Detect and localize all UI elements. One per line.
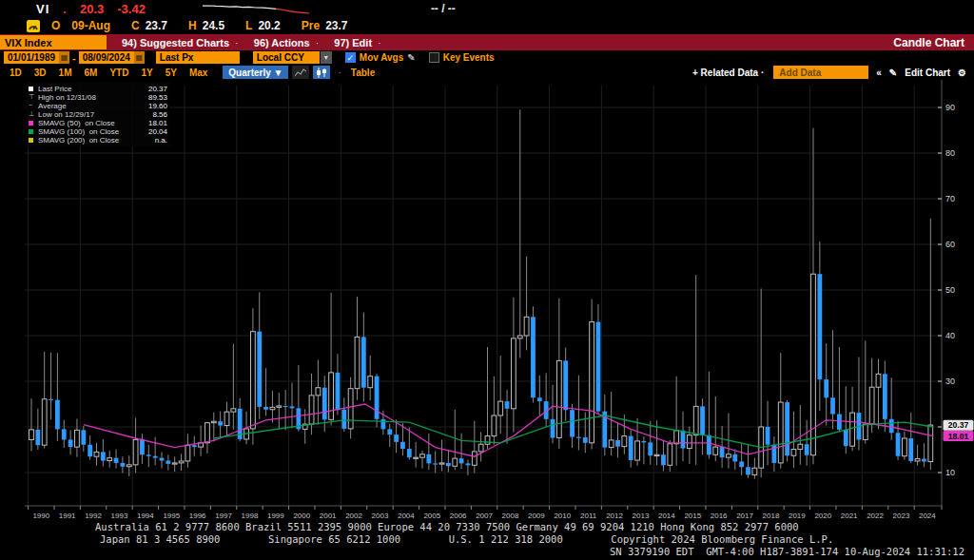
line-chart-icon[interactable]: [292, 66, 309, 79]
end-date-calendar-icon[interactable]: ▦: [134, 51, 145, 64]
menu-actions[interactable]: 96) Actions: [254, 37, 310, 48]
svg-text:1992: 1992: [85, 512, 102, 519]
start-date-input[interactable]: 01/01/1989: [4, 51, 59, 64]
legend-value: 20.04: [139, 127, 167, 136]
x-axis: 1990199119921993199419951996199719981999…: [29, 506, 942, 519]
svg-text:2000: 2000: [293, 512, 310, 519]
menu-suggested-charts[interactable]: 94) Suggested Charts: [122, 37, 229, 48]
open-label: O: [51, 19, 60, 32]
legend-row: SMAVG (100) on Close20.04: [29, 127, 167, 135]
svg-text:30: 30: [945, 377, 955, 386]
svg-text:18.01: 18.01: [948, 432, 969, 441]
currency-dropdown-arrow[interactable]: ▾: [321, 51, 332, 64]
delayed-gauge-icon: [27, 20, 40, 32]
svg-text:2011: 2011: [580, 512, 597, 519]
end-date-input[interactable]: 08/09/2024: [79, 51, 134, 64]
range-tab-3d[interactable]: 3D: [34, 68, 47, 78]
candle-chart-area[interactable]: Last Price20.37⊤High on 12/31/0889.53−Av…: [0, 80, 974, 519]
menu-bar: VIX Index 94) Suggested Charts · 96) Act…: [0, 34, 974, 50]
svg-text:2022: 2022: [867, 512, 884, 519]
key-events-checkbox[interactable]: [429, 52, 439, 63]
related-data-button[interactable]: + Related Data ·: [692, 68, 764, 78]
table-button[interactable]: Table: [351, 68, 375, 78]
edit-chart-button[interactable]: Edit Chart: [905, 68, 950, 78]
footer-phone-line-1: Australia 61 2 9777 8600 Brazil 5511 239…: [95, 521, 799, 532]
svg-text:10: 10: [945, 468, 955, 477]
range-tab-ytd[interactable]: YTD: [109, 68, 128, 78]
legend-label: SMAVG (100) on Close: [38, 127, 139, 136]
legend-label: Last Price: [38, 85, 139, 93]
edit-pencil-icon[interactable]: ✎: [889, 68, 897, 78]
svg-text:90: 90: [945, 103, 955, 112]
svg-text:1991: 1991: [59, 512, 76, 519]
legend-row: ⊥Low on 12/29/178.56: [29, 110, 167, 118]
chart-type-title: Candle Chart: [893, 36, 964, 49]
svg-text:40: 40: [945, 331, 955, 340]
svg-text:1996: 1996: [189, 512, 206, 519]
svg-text:2017: 2017: [736, 512, 753, 519]
candlestick-series[interactable]: [29, 109, 933, 478]
legend-square-icon: [29, 121, 38, 126]
svg-text:1993: 1993: [111, 512, 128, 519]
range-tab-1y[interactable]: 1Y: [141, 68, 152, 78]
legend-row: SMAVG (200) on Closen.a.: [29, 136, 167, 144]
svg-text:2001: 2001: [320, 512, 337, 519]
prev-value: 23.7: [325, 19, 347, 32]
range-tab-1m[interactable]: 1M: [59, 68, 72, 78]
menu-separator: ·: [378, 37, 381, 48]
range-tab-5y[interactable]: 5Y: [166, 68, 177, 78]
legend-dash-icon: −: [29, 102, 38, 109]
date-range-dash: -: [72, 52, 76, 64]
currency-select[interactable]: Local CCY: [253, 51, 320, 64]
svg-text:70: 70: [945, 194, 955, 203]
svg-text:2007: 2007: [476, 512, 493, 519]
legend-row: −Average19.60: [29, 102, 167, 109]
legend-value: 18.01: [139, 119, 167, 127]
svg-text:2005: 2005: [423, 512, 440, 519]
mov-avgs-edit-icon[interactable]: ✎: [407, 52, 415, 63]
svg-text:2024: 2024: [919, 512, 936, 519]
legend-row: SMAVG (50) on Close18.01: [29, 119, 167, 126]
legend-square-icon: [29, 87, 38, 91]
legend-label: SMAVG (200) on Close: [38, 136, 139, 145]
period-dropdown[interactable]: Quarterly ▼: [223, 66, 288, 79]
range-tab-max[interactable]: Max: [189, 68, 207, 78]
svg-text:2008: 2008: [502, 512, 519, 519]
collapse-icon[interactable]: «: [876, 68, 882, 78]
svg-text:2003: 2003: [372, 512, 389, 519]
svg-text:2009: 2009: [528, 512, 545, 519]
candle-chart-icon[interactable]: [313, 66, 330, 79]
legend-label: Average: [38, 102, 139, 110]
add-data-input[interactable]: Add Data: [773, 66, 868, 79]
security-input[interactable]: VIX Index: [0, 35, 107, 49]
range-tab-1d[interactable]: 1D: [10, 68, 22, 78]
last-price: 20.3: [80, 2, 104, 16]
svg-text:1998: 1998: [242, 512, 259, 519]
menu-separator: ·: [235, 37, 239, 48]
svg-text:2020: 2020: [814, 512, 831, 519]
legend-value: 89.53: [139, 93, 167, 102]
svg-text:2004: 2004: [398, 512, 415, 519]
mov-avgs-label: Mov Avgs: [360, 52, 404, 63]
field-select[interactable]: Last Px: [156, 51, 240, 64]
svg-text:2018: 2018: [763, 512, 780, 519]
start-date-calendar-icon[interactable]: ▦: [59, 51, 69, 64]
legend-value: 20.37: [139, 85, 167, 93]
svg-text:2012: 2012: [606, 512, 623, 519]
svg-text:2021: 2021: [841, 512, 858, 519]
svg-text:2016: 2016: [711, 512, 728, 519]
session-date: 09-Aug: [71, 19, 110, 32]
chart-settings-gear-icon[interactable]: ⚙: [958, 68, 966, 78]
menu-edit[interactable]: 97) Edit: [334, 37, 372, 48]
legend-value: 19.60: [139, 102, 167, 110]
legend-low-tick-icon: ⊥: [29, 110, 38, 118]
svg-text:2002: 2002: [345, 512, 362, 519]
price-tag: 18.01: [944, 431, 974, 441]
footer-phone-line-2: Japan 81 3 4565 8900 Singapore 65 6212 1…: [100, 533, 833, 545]
range-tab-6m[interactable]: 6M: [85, 68, 98, 78]
footer-session-info: SN 3379190 EDT GMT-4:00 H187-3891-174 10…: [610, 546, 964, 557]
svg-text:2013: 2013: [633, 512, 650, 519]
svg-text:80: 80: [945, 148, 955, 158]
menu-separator: ·: [316, 37, 320, 48]
mov-avgs-checkbox[interactable]: ✓: [345, 52, 356, 63]
